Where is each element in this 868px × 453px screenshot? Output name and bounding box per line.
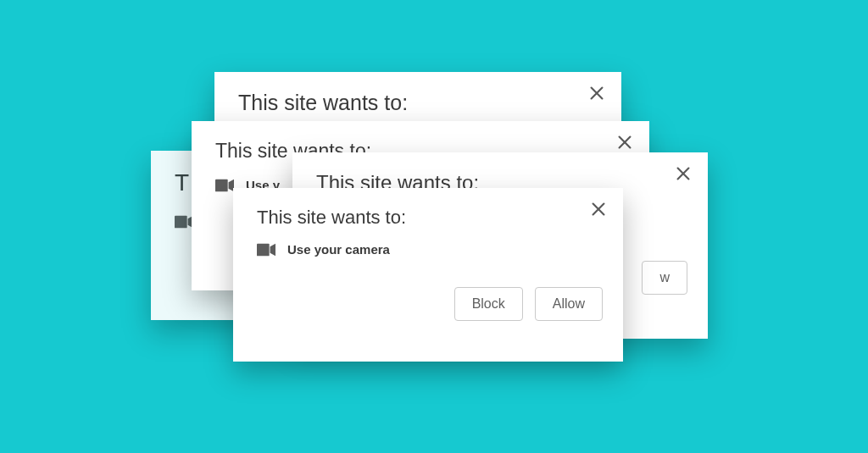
camera-icon: [215, 179, 234, 192]
close-icon[interactable]: [674, 164, 693, 183]
block-label: Block: [472, 296, 505, 311]
close-icon[interactable]: [615, 133, 634, 152]
camera-icon: [175, 215, 193, 229]
block-button[interactable]: Block: [454, 287, 523, 321]
svg-rect-1: [215, 179, 228, 191]
allow-button[interactable]: w: [642, 261, 687, 295]
close-icon[interactable]: [589, 200, 608, 218]
svg-rect-2: [257, 243, 270, 256]
camera-icon: [257, 243, 275, 257]
allow-label: Allow: [553, 296, 585, 311]
dialog-title: This site wants to:: [257, 207, 603, 229]
permission-dialog-front: This site wants to: Use your camera Bloc…: [233, 188, 623, 362]
close-icon[interactable]: [587, 84, 606, 102]
dialog-actions: Block Allow: [257, 287, 603, 321]
permission-text: Use your camera: [287, 242, 390, 257]
dialog-title: T: [175, 169, 189, 196]
svg-rect-0: [175, 216, 187, 229]
allow-label-partial: w: [659, 270, 670, 285]
dialog-title: This site wants to:: [238, 91, 601, 115]
allow-button[interactable]: Allow: [535, 287, 603, 321]
dialog-stack: T This site wants to: This site wants to…: [0, 0, 868, 453]
permission-row: Use your camera: [257, 242, 603, 257]
